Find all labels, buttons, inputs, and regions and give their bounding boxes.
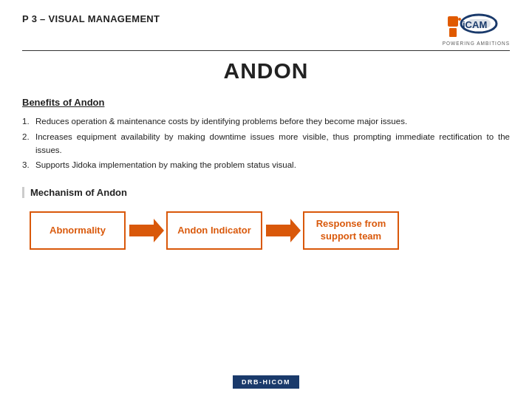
logo-tagline: POWERING AMBITIONS bbox=[443, 41, 510, 46]
flow-box-response: Response from support team bbox=[303, 211, 399, 250]
flow-arrow-2 bbox=[262, 214, 303, 247]
header: P 3 – VISUAL MANAGEMENT iCAM POWERING A bbox=[22, 13, 510, 46]
page-title: P 3 – VISUAL MANAGEMENT bbox=[22, 13, 160, 24]
svg-marker-6 bbox=[129, 219, 164, 242]
flow-box-label: Abnormality bbox=[50, 225, 106, 237]
flow-box-abnormality: Abnormality bbox=[30, 211, 126, 250]
benefits-list: 1. Reduces operation & maintenance costs… bbox=[22, 115, 510, 172]
svg-rect-1 bbox=[449, 28, 457, 37]
list-number: 3. bbox=[22, 159, 35, 172]
footer: DRB-HICOM bbox=[233, 374, 299, 389]
header-divider bbox=[22, 50, 510, 51]
logo-box: iCAM bbox=[446, 13, 505, 40]
svg-point-5 bbox=[458, 18, 461, 21]
list-text: Supports Jidoka implementation by making… bbox=[35, 159, 510, 172]
flow-arrow-1 bbox=[126, 214, 166, 247]
logo-container: iCAM POWERING AMBITIONS bbox=[443, 13, 510, 46]
svg-text:iCAM: iCAM bbox=[463, 19, 487, 30]
svg-marker-7 bbox=[266, 219, 301, 242]
list-number: 2. bbox=[22, 131, 35, 157]
logo-icon: iCAM bbox=[446, 13, 505, 40]
arrow-icon bbox=[126, 214, 166, 247]
benefits-heading: Benefits of Andon bbox=[22, 97, 510, 108]
footer-badge: DRB-HICOM bbox=[233, 375, 299, 389]
list-number: 1. bbox=[22, 115, 35, 129]
flow-box-andon-indicator: Andon Indicator bbox=[166, 211, 262, 250]
list-item: 3. Supports Jidoka implementation by mak… bbox=[22, 159, 510, 172]
svg-rect-0 bbox=[448, 16, 458, 27]
mechanism-heading: Mechanism of Andon bbox=[22, 187, 510, 198]
list-item: 2. Increases equipment availability by m… bbox=[22, 131, 510, 157]
list-text: Increases equipment availability by maki… bbox=[35, 131, 510, 157]
main-title: ANDON bbox=[22, 58, 510, 83]
arrow-icon bbox=[262, 214, 303, 247]
flow-box-label: Response from support team bbox=[316, 218, 386, 243]
flow-diagram: Abnormality Andon Indicator Response fro… bbox=[22, 211, 510, 250]
page: P 3 – VISUAL MANAGEMENT iCAM POWERING A bbox=[0, 0, 532, 399]
flow-box-label: Andon Indicator bbox=[177, 225, 251, 237]
list-text: Reduces operation & maintenance costs by… bbox=[35, 115, 510, 129]
list-item: 1. Reduces operation & maintenance costs… bbox=[22, 115, 510, 129]
